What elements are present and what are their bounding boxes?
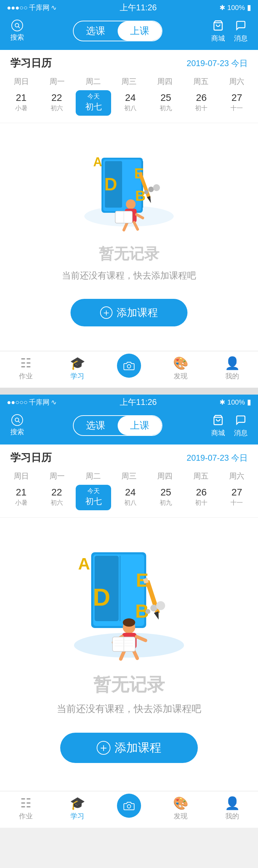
tab2-study[interactable]: 🎓 学习 xyxy=(64,797,91,821)
message-icon-btn-2[interactable]: 消息 xyxy=(234,413,248,438)
plus-icon: ＋ xyxy=(100,306,112,319)
tab-class-2[interactable]: 上课 xyxy=(118,416,162,435)
search-label-2: 搜索 xyxy=(10,427,24,437)
shop-icon-btn-2[interactable]: 商城 xyxy=(211,413,225,438)
shop-icon xyxy=(211,19,225,32)
date-row: 21 小暑 22 初六 今天 初七 24 初八 25 初九 26 初十 xyxy=(0,90,258,116)
message-icon xyxy=(234,19,248,32)
screen-1: ●●●○○ 千库网 ∿ 上午11:26 ✱ 100% ▮ 搜索 选课 上课 xyxy=(0,0,258,388)
date2-today[interactable]: 今天 初七 xyxy=(76,485,111,510)
tab-select[interactable]: 选课 xyxy=(74,21,118,41)
homework-label: 作业 xyxy=(19,372,33,381)
svg-text:A: A xyxy=(93,155,102,169)
svg-text:B: B xyxy=(135,188,146,204)
homework-icon-2: ☷ xyxy=(20,797,31,809)
shop-label-2: 商城 xyxy=(211,428,225,438)
calendar-header: 学习日历 2019-07-23 今日 xyxy=(0,50,258,75)
date2-26[interactable]: 26 初十 xyxy=(184,485,219,510)
empty-title-2: 暂无记录 xyxy=(93,673,165,697)
date2-27[interactable]: 27 十一 xyxy=(219,485,255,510)
weekday2-2: 周二 xyxy=(75,470,111,483)
battery-text: 100% xyxy=(227,4,245,12)
illustration-2: D E B A xyxy=(60,538,198,662)
tab-study[interactable]: 🎓 学习 xyxy=(64,357,91,381)
camera-icon xyxy=(117,354,141,378)
svg-point-26 xyxy=(15,418,19,422)
add-course-label: 添加课程 xyxy=(117,306,158,320)
svg-point-14 xyxy=(126,199,136,209)
svg-point-51 xyxy=(156,601,165,610)
battery-text-2: 100% xyxy=(227,398,245,406)
signal-area: ●●●○○ 千库网 ∿ xyxy=(7,3,57,12)
calendar-section-2: 学习日历 2019-07-23 今日 周日 周一 周二 周三 周四 周五 周六 … xyxy=(0,445,258,517)
tab-camera[interactable] xyxy=(115,360,143,378)
weekday-row: 周日 周一 周二 周三 周四 周五 周六 xyxy=(0,75,258,88)
profile-icon: 👤 xyxy=(225,357,240,369)
study-icon-2: 🎓 xyxy=(70,797,85,809)
shop-icon-btn[interactable]: 商城 xyxy=(211,19,225,43)
carrier-name: 千库网 xyxy=(29,3,50,12)
calendar-date-2: 2019-07-23 今日 xyxy=(187,452,248,463)
weekday2-1: 周一 xyxy=(39,470,75,483)
date-22[interactable]: 22 初六 xyxy=(39,90,74,116)
empty-title: 暂无记录 xyxy=(99,244,159,264)
date-26[interactable]: 26 初十 xyxy=(184,90,219,116)
date-21[interactable]: 21 小暑 xyxy=(3,90,39,116)
tab-select-2[interactable]: 选课 xyxy=(74,416,118,435)
status-bar: ●●●○○ 千库网 ∿ 上午11:26 ✱ 100% ▮ xyxy=(0,0,258,15)
study-icon: 🎓 xyxy=(70,357,85,369)
date2-24[interactable]: 24 初八 xyxy=(112,485,148,510)
search-button-2[interactable]: 搜索 xyxy=(10,414,24,437)
tab-switcher-2: 选课 上课 xyxy=(73,415,162,436)
svg-marker-40 xyxy=(154,611,161,620)
weekday-5: 周五 xyxy=(183,75,218,88)
add-course-button[interactable]: ＋ 添加课程 xyxy=(71,299,187,326)
tab2-discover[interactable]: 🎨 发现 xyxy=(167,797,194,821)
status-bar-2: ●●○○○ 千库网 ∿ 上午11:26 ✱ 100% ▮ xyxy=(0,395,258,410)
date2-22[interactable]: 22 初六 xyxy=(39,485,74,510)
tab2-homework[interactable]: ☷ 作业 xyxy=(12,797,40,821)
calendar-header-2: 学习日历 2019-07-23 今日 xyxy=(0,445,258,470)
search-label: 搜索 xyxy=(10,33,24,42)
tab2-camera[interactable] xyxy=(115,801,143,818)
svg-text:A: A xyxy=(78,555,90,573)
header-right-icons-2: 商城 消息 xyxy=(211,413,248,438)
study-label: 学习 xyxy=(71,372,84,381)
add-course-button-2[interactable]: ＋ 添加课程 xyxy=(60,733,198,763)
svg-point-20 xyxy=(144,190,148,194)
shop-icon-2 xyxy=(211,413,225,427)
date-today[interactable]: 今天 初七 xyxy=(76,90,111,116)
header-right-icons: 商城 消息 xyxy=(211,19,248,43)
date2-25[interactable]: 25 初九 xyxy=(148,485,184,510)
screen-divider xyxy=(0,388,258,395)
tab-switcher: 选课 上课 xyxy=(73,21,162,41)
battery-icon-2: ▮ xyxy=(247,398,251,407)
discover-icon-2: 🎨 xyxy=(173,797,189,809)
status-time-2: 上午11:26 xyxy=(120,397,157,408)
calendar-date: 2019-07-23 今日 xyxy=(187,58,248,69)
search-button[interactable]: 搜索 xyxy=(10,20,24,42)
date2-21[interactable]: 21 小暑 xyxy=(3,485,39,510)
date-27[interactable]: 27 十一 xyxy=(219,90,255,116)
signal-dots-2: ●●○○○ xyxy=(7,398,28,406)
tab-discover[interactable]: 🎨 发现 xyxy=(167,357,194,381)
weekday-3: 周三 xyxy=(111,75,147,88)
date-24[interactable]: 24 初八 xyxy=(112,90,148,116)
app-header: 搜索 选课 上课 商城 xyxy=(0,15,258,50)
empty-subtitle: 当前还没有课程，快去添加课程吧 xyxy=(62,270,196,282)
calendar-title-2: 学习日历 xyxy=(10,451,52,465)
screen-2: ●●○○○ 千库网 ∿ 上午11:26 ✱ 100% ▮ 搜索 选课 上课 xyxy=(0,395,258,828)
tab-profile[interactable]: 👤 我的 xyxy=(218,357,246,381)
empty-subtitle-2: 当前还没有课程，快去添加课程吧 xyxy=(57,702,201,715)
svg-marker-13 xyxy=(147,196,152,203)
svg-line-1 xyxy=(18,27,20,28)
tab-class[interactable]: 上课 xyxy=(118,21,162,41)
tab2-profile[interactable]: 👤 我的 xyxy=(218,797,246,821)
date-25[interactable]: 25 初九 xyxy=(148,90,184,116)
weekday-0: 周日 xyxy=(3,75,39,88)
weekday-6: 周六 xyxy=(219,75,255,88)
tab-homework[interactable]: ☷ 作业 xyxy=(12,357,40,381)
message-icon-btn[interactable]: 消息 xyxy=(234,19,248,43)
search-icon-2 xyxy=(11,414,23,426)
svg-point-49 xyxy=(146,609,150,614)
